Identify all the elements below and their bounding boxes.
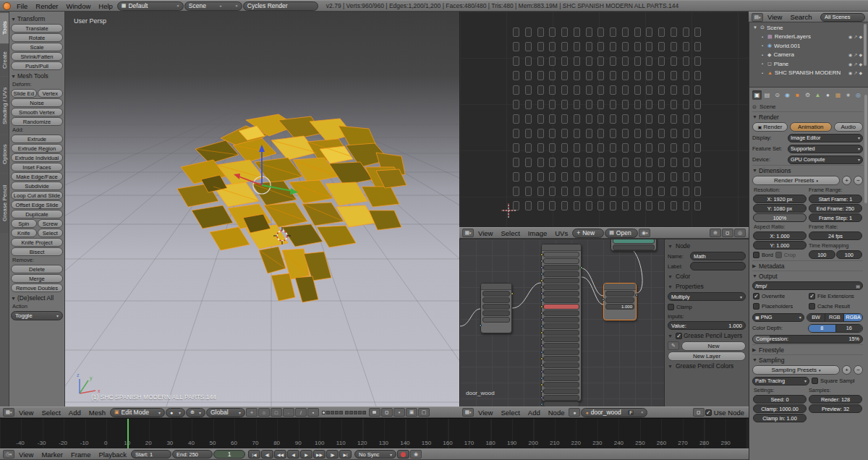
node-input-row[interactable]	[543, 265, 579, 271]
layer-toggle[interactable]	[358, 411, 362, 414]
snap-icon[interactable]: Ω	[693, 408, 705, 417]
orientation-selector[interactable]: Global▾	[206, 408, 245, 417]
menu-node[interactable]: Node	[545, 409, 569, 417]
file-extensions-checkbox[interactable]: ✓	[809, 293, 815, 299]
toolshelf-button[interactable]: Push/Pull	[11, 61, 63, 70]
scene-selector[interactable]: Scene + ×	[184, 1, 242, 11]
feature-set-selector[interactable]: Supported▾	[788, 145, 863, 153]
rgba-option[interactable]: RGBA	[844, 314, 862, 321]
pivot-selector[interactable]: ⊕▾	[186, 408, 205, 417]
toolshelf-button[interactable]: Knife	[11, 229, 37, 237]
input-socket[interactable]	[540, 286, 543, 289]
vertex-select-mode[interactable]: ∙	[283, 408, 294, 417]
node-input-row[interactable]	[543, 297, 579, 303]
input-socket[interactable]	[540, 351, 543, 354]
toolshelf-section-header[interactable]: ▼Transform	[11, 14, 63, 24]
eye-icon[interactable]: ◉	[848, 52, 852, 57]
node-input-row[interactable]	[543, 388, 579, 394]
select-arrow-icon[interactable]: ↗	[854, 34, 857, 39]
fps-selector[interactable]: 24 fps	[809, 231, 862, 240]
node-input-row[interactable]	[543, 330, 579, 336]
sync-mode-selector[interactable]: No Sync▾	[354, 450, 396, 459]
toolshelf-button[interactable]: Spin	[11, 219, 37, 228]
pivot-icon[interactable]: ⊕	[710, 229, 721, 237]
node-input-row[interactable]	[543, 271, 579, 277]
keying-set-icon[interactable]: ◉	[410, 450, 422, 459]
camera-toggle-icon[interactable]: ◆	[859, 70, 862, 75]
input-socket[interactable]	[540, 396, 543, 399]
outliner-item[interactable]: •◆Camera◉↗◆	[751, 51, 867, 60]
properties-section-header[interactable]: ▼Properties	[668, 281, 746, 291]
audio-button[interactable]: Audio	[834, 122, 863, 132]
properties-tab-render-icon[interactable]: ▣	[752, 90, 762, 100]
viewport-3d[interactable]: x y z User Persp (1) SHC SPANISH MODERN …	[65, 12, 459, 406]
tab-options[interactable]: Options	[0, 135, 9, 173]
node-input-row[interactable]	[543, 323, 579, 329]
node-input-row[interactable]	[543, 375, 579, 381]
input-socket[interactable]	[540, 338, 543, 341]
menu-frame[interactable]: Frame	[67, 451, 94, 459]
render-opengl-icon[interactable]: ▣	[406, 408, 417, 417]
node-editor[interactable]: 1.000 door_wood ▼Node Name: Math Label: …	[459, 239, 749, 406]
node-input-row[interactable]	[543, 369, 579, 375]
node-header[interactable]	[604, 284, 636, 290]
outliner-item[interactable]: ▼⊙Scene	[751, 23, 867, 33]
dot-icon[interactable]: •	[760, 61, 765, 66]
menu-render[interactable]: Render	[32, 2, 61, 10]
resolution-y-field[interactable]: Y: 1080 px	[753, 204, 807, 213]
seed-field[interactable]: Seed: 0	[753, 395, 807, 404]
visibility-toggles[interactable]: ◉↗◆	[848, 70, 867, 75]
menu-view[interactable]: View	[475, 229, 496, 237]
layer-toggle[interactable]	[362, 411, 366, 414]
toolshelf-button[interactable]: Select	[38, 229, 64, 237]
jump-to-end-button[interactable]: ▶|	[339, 450, 352, 459]
jump-to-start-button[interactable]: |◀	[248, 450, 260, 459]
snap-magnet-icon[interactable]: Ω	[381, 408, 393, 417]
outliner-item[interactable]: •▲SHC SPANISH MODERN◉↗◆	[751, 69, 867, 78]
toolshelf-button[interactable]: Translate	[11, 24, 63, 33]
editor-type-selector[interactable]: ▦▾	[462, 229, 474, 237]
output-section-header[interactable]: ▼Output	[752, 271, 863, 281]
tab-grease-pencil[interactable]: Grease Pencil	[0, 174, 9, 233]
math-operation-selector[interactable]: Multiply▾	[668, 292, 746, 301]
toolshelf-button[interactable]: Offset Edge Slide	[11, 200, 63, 209]
snap-icon[interactable]: Ω	[722, 229, 733, 237]
layer-toggle[interactable]	[335, 411, 339, 414]
toolshelf-button[interactable]: Smooth Vertex	[11, 108, 63, 116]
toolshelf-button[interactable]: Rotate	[11, 33, 63, 42]
placeholders-checkbox[interactable]	[753, 303, 760, 310]
manipulator-translate-toggle[interactable]: +	[246, 408, 258, 417]
value-slider[interactable]: Value: 1.000	[668, 321, 746, 330]
gp-layers-checkbox[interactable]: ✓	[676, 333, 682, 339]
toolshelf-button[interactable]: Duplicate	[11, 210, 63, 218]
close-icon[interactable]: ×	[176, 4, 179, 8]
end-frame-field[interactable]: End Frame: 250	[809, 204, 862, 213]
add-preset-button[interactable]: +	[842, 365, 851, 375]
gp-new-layer-button[interactable]: New Layer	[668, 352, 746, 361]
toolshelf-button[interactable]: Vertex	[38, 89, 64, 98]
snap-element-selector[interactable]: ▾	[393, 408, 405, 417]
input-socket[interactable]	[540, 260, 543, 263]
start-frame-field[interactable]: Start: 1	[131, 450, 171, 459]
node-input-row[interactable]	[543, 284, 579, 290]
face-select-mode[interactable]: ▪	[307, 408, 319, 417]
properties-tab-scene-icon[interactable]: ⊙	[773, 90, 782, 100]
input-socket[interactable]	[540, 331, 543, 334]
record-button[interactable]	[397, 450, 409, 459]
toolshelf-button[interactable]: Extrude Individual	[11, 153, 63, 162]
proportional-edit-icon[interactable]: ◎	[734, 229, 746, 237]
input-socket[interactable]	[540, 370, 543, 373]
resolution-x-field[interactable]: X: 1920 px	[753, 195, 807, 203]
node-input-row[interactable]	[543, 336, 579, 342]
toolshelf-button[interactable]: Merge	[11, 274, 63, 283]
menu-help[interactable]: Help	[95, 2, 116, 10]
crop-checkbox[interactable]	[775, 252, 782, 258]
outliner-item[interactable]: •◻Plane◉↗◆	[751, 59, 867, 69]
overwrite-checkbox[interactable]: ✓	[753, 293, 760, 299]
input-socket[interactable]	[540, 292, 543, 295]
display-channels-selector[interactable]: ◉▾	[639, 229, 650, 237]
input-socket[interactable]	[540, 305, 543, 308]
aspect-x-field[interactable]: X: 1.000	[753, 231, 807, 240]
metadata-section-header[interactable]: ▶Metadata	[752, 260, 863, 271]
fake-user-button[interactable]: F	[628, 410, 634, 415]
